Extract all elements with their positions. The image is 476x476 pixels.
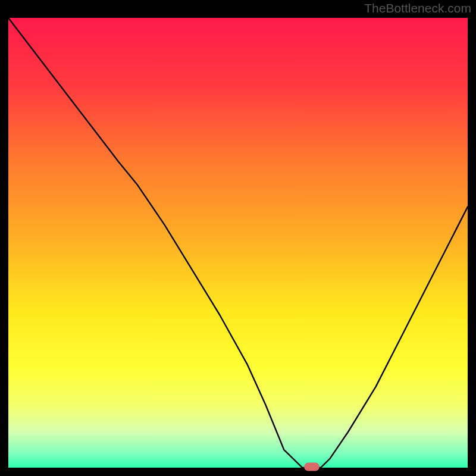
optimal-marker	[304, 463, 320, 471]
plot-area	[8, 18, 468, 468]
watermark-text: TheBottleneck.com	[364, 1, 471, 15]
bottleneck-curve	[8, 18, 468, 468]
